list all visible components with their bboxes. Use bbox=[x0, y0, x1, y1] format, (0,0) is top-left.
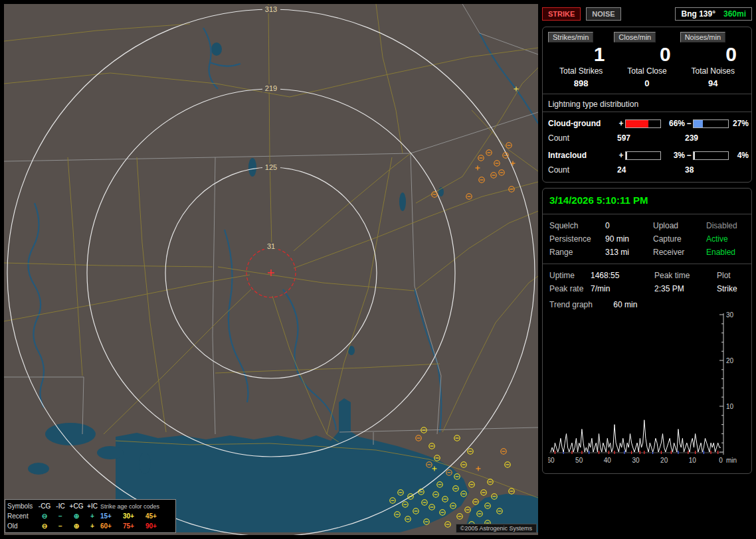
uptime-value: 1468:55 bbox=[591, 271, 654, 280]
noise-button[interactable]: NOISE bbox=[586, 7, 620, 21]
legend-symbol: + bbox=[84, 522, 100, 531]
legend-recent-label: Recent bbox=[7, 512, 37, 521]
legend-col-neg-cg: -CG bbox=[37, 502, 52, 511]
legend-recent-symbols: ⊖−⊕+ bbox=[37, 512, 100, 521]
trend-graph-label-row: Trend graph 60 min bbox=[548, 295, 746, 312]
svg-text:20: 20 bbox=[660, 457, 668, 464]
total-noises-value: 94 bbox=[680, 76, 746, 88]
cg-plus-count: 597 bbox=[617, 133, 685, 143]
noises-per-min-label[interactable]: Noises/min bbox=[680, 32, 725, 42]
settings-grid: Squelch 0 Upload Disabled Persistence 90… bbox=[548, 220, 746, 258]
age-codes-row2: 60+75+90+ bbox=[100, 522, 168, 531]
trend-graph-window: 60 min bbox=[613, 300, 637, 309]
divider bbox=[543, 264, 751, 264]
svg-text:50: 50 bbox=[575, 457, 583, 464]
bearing-range-box: Bng 139° 360mi bbox=[675, 7, 752, 21]
age-code: 75+ bbox=[123, 522, 145, 531]
cg-plus-pct: 66% bbox=[661, 119, 685, 128]
total-strikes-label: Total Strikes bbox=[548, 66, 614, 76]
age-code: 90+ bbox=[145, 522, 168, 531]
legend-old-label: Old bbox=[7, 522, 37, 531]
intracloud-row: Intracloud + 3% − 4% bbox=[548, 148, 746, 163]
squelch-value: 0 bbox=[605, 221, 653, 230]
plot-label: Plot bbox=[717, 271, 745, 280]
ic-plus-pct: 3% bbox=[661, 151, 685, 160]
ring-label-219: 219 bbox=[265, 84, 277, 92]
peak-time-value: 2:35 PM bbox=[654, 284, 717, 293]
datetime-display: 3/14/2026 5:10:11 PM bbox=[548, 193, 746, 208]
minus-sign: − bbox=[685, 119, 693, 128]
range-label: Range bbox=[549, 248, 605, 257]
close-per-min-value: 0 bbox=[614, 42, 680, 65]
age-codes-title: Strike age color codes bbox=[100, 502, 169, 511]
age-code: 45+ bbox=[145, 512, 168, 521]
peak-rate-value: 7/min bbox=[591, 284, 654, 293]
svg-text:40: 40 bbox=[604, 457, 612, 464]
persistence-label: Persistence bbox=[549, 234, 605, 244]
cloud-ground-label: Cloud-ground bbox=[548, 119, 617, 128]
ic-minus-bar bbox=[693, 151, 729, 160]
total-close-value: 0 bbox=[614, 76, 680, 88]
trend-graph-label: Trend graph bbox=[549, 300, 593, 309]
total-close-label: Total Close bbox=[614, 66, 680, 76]
svg-text:60: 60 bbox=[548, 457, 555, 464]
receiver-status: Enabled bbox=[706, 248, 745, 257]
receiver-label: Receiver bbox=[653, 248, 706, 257]
legend-old-symbols: ⊖−⊕+ bbox=[37, 522, 100, 531]
svg-text:10: 10 bbox=[726, 403, 734, 410]
strike-button[interactable]: STRIKE bbox=[542, 7, 581, 21]
upload-label: Upload bbox=[653, 221, 706, 230]
peak-rate-label: Peak rate bbox=[549, 284, 591, 293]
age-code: 60+ bbox=[100, 522, 123, 531]
legend-symbol: ⊕ bbox=[68, 522, 84, 531]
peak-time-label: Peak time bbox=[654, 271, 717, 280]
map-legend: Symbols -CG -IC +CG +IC Strike age color… bbox=[5, 499, 176, 533]
age-code: 15+ bbox=[100, 512, 123, 521]
legend-symbol: ⊖ bbox=[37, 522, 52, 531]
persistence-value: 90 min bbox=[605, 234, 653, 244]
cloud-ground-row: Cloud-ground + 66% − 27% bbox=[548, 116, 746, 131]
legend-symbols-label: Symbols bbox=[7, 502, 37, 511]
cg-minus-pct: 27% bbox=[729, 119, 749, 128]
intracloud-count-row: Count 24 38 bbox=[548, 163, 746, 177]
legend-symbol: ⊕ bbox=[68, 512, 84, 521]
count-label: Count bbox=[548, 165, 617, 175]
map-area: 313 219 125 31 Symbols -CG -IC +CG +IC S… bbox=[4, 4, 538, 535]
cg-plus-bar bbox=[625, 119, 661, 128]
ring-label-313: 313 bbox=[265, 5, 277, 13]
nexstorm-app: 313 219 125 31 Symbols -CG -IC +CG +IC S… bbox=[0, 0, 756, 539]
total-noises-label: Total Noises bbox=[680, 66, 746, 76]
svg-text:30: 30 bbox=[726, 312, 734, 319]
plus-sign: + bbox=[617, 119, 625, 128]
header-row: STRIKE NOISE Bng 139° 360mi bbox=[542, 4, 752, 24]
age-codes-row1: 15+30+45+ bbox=[100, 512, 168, 521]
legend-col-neg-ic: -IC bbox=[52, 502, 68, 511]
ic-minus-count: 38 bbox=[685, 165, 746, 175]
range-readout: 360mi bbox=[723, 9, 746, 19]
legend-symbol: ⊖ bbox=[37, 512, 52, 521]
status-group: 3/14/2026 5:10:11 PM Squelch 0 Upload Di… bbox=[542, 188, 752, 474]
legend-symbol: + bbox=[84, 512, 100, 521]
upload-status: Disabled bbox=[706, 221, 745, 230]
strikes-per-min-label[interactable]: Strikes/min bbox=[548, 32, 593, 42]
plot-value: Strike bbox=[717, 284, 745, 293]
bearing-value: Bng 139° bbox=[681, 9, 715, 19]
lightning-map[interactable]: 313 219 125 31 bbox=[4, 4, 538, 535]
ic-plus-bar bbox=[625, 151, 661, 160]
trend-graph: 3020106050403020100min bbox=[548, 312, 747, 466]
svg-text:0: 0 bbox=[719, 457, 723, 464]
ring-label-31: 31 bbox=[267, 242, 275, 250]
svg-text:min: min bbox=[726, 457, 737, 464]
intracloud-label: Intracloud bbox=[548, 151, 617, 160]
ic-minus-pct: 4% bbox=[729, 151, 749, 160]
squelch-label: Squelch bbox=[549, 221, 605, 230]
ic-plus-count: 24 bbox=[617, 165, 685, 175]
close-per-min-label[interactable]: Close/min bbox=[614, 32, 656, 42]
ring-label-125: 125 bbox=[265, 163, 277, 171]
age-code: 30+ bbox=[123, 512, 145, 521]
capture-label: Capture bbox=[653, 234, 706, 244]
counters-group: Strikes/min 1 Close/min 0 Noises/min 0 T… bbox=[542, 27, 752, 183]
cg-minus-count: 239 bbox=[685, 133, 746, 143]
legend-symbol: − bbox=[52, 512, 68, 521]
uptime-label: Uptime bbox=[549, 271, 591, 280]
